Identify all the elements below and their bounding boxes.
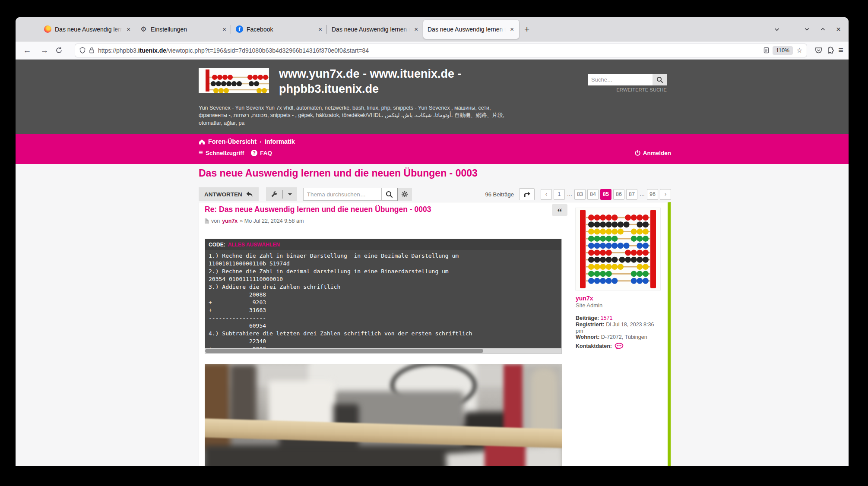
post-subject-link[interactable]: Re: Das neue Auswendig lernen und die ne… — [205, 205, 431, 214]
browser-window: Das neue Auswendig lernen u × ⚙ Einstell… — [16, 17, 849, 466]
list-all-tabs-icon[interactable] — [774, 26, 780, 32]
topic-title[interactable]: Das neue Auswendig lernen und die neuen … — [199, 167, 478, 179]
post-photo-workbench[interactable] — [205, 364, 562, 466]
jump-arrow-icon — [523, 191, 531, 197]
page-next[interactable]: › — [660, 189, 671, 200]
tab-title: Das neue Auswendig lernen u — [55, 26, 122, 33]
quick-links-row: ≡ Schnellzugriff ? FAQ Anmelden — [199, 148, 671, 157]
search-input[interactable] — [588, 74, 653, 85]
tab-title: Einstellungen — [151, 26, 218, 33]
topic-search-button[interactable] — [382, 188, 397, 201]
login-link[interactable]: Anmelden — [635, 150, 671, 156]
page-jump-button[interactable] — [519, 188, 535, 200]
topic-tools-dropdown-button[interactable] — [283, 187, 297, 201]
code-block-header: CODE: ALLES AUSWÄHLEN — [205, 239, 561, 250]
posts-count-link[interactable]: 1571 — [601, 315, 613, 321]
tab-topic-2[interactable]: Das neue Auswendig lernen u × — [327, 20, 423, 39]
author-link[interactable]: yun7x — [222, 218, 238, 224]
site-logo-abacus-image[interactable] — [199, 68, 269, 93]
gear-icon — [401, 191, 408, 198]
close-icon[interactable]: × — [509, 25, 515, 33]
close-icon[interactable]: × — [317, 25, 323, 33]
scrollbar-thumb[interactable] — [205, 349, 483, 353]
forum-nav-bar: Foren-Übersicht ‹ informatik ≡ Schnellzu… — [16, 134, 849, 164]
code-content[interactable]: 1.) Rechne die Zahl in binaer Darstellun… — [205, 250, 561, 348]
extensions-puzzle-icon[interactable] — [827, 47, 834, 54]
author-profile: yun7x Site Admin Beiträge: 1571 Registri… — [576, 208, 660, 350]
maximize-icon[interactable] — [820, 26, 826, 32]
site-tagline: Yun Sevenex - Yun Sevenx Yun 7x vhdl, au… — [199, 104, 518, 127]
wrench-icon — [271, 191, 278, 198]
tab-title: Facebook — [247, 26, 314, 33]
profile-username[interactable]: yun7x — [576, 295, 660, 302]
breadcrumb-forum[interactable]: informatik — [265, 138, 295, 145]
profile-location: Wohnort: D-72072, Tübingen — [576, 334, 660, 341]
breadcrumb-separator: ‹ — [260, 138, 262, 145]
facebook-icon: f — [236, 25, 243, 33]
tab-title: Das neue Auswendig lernen u — [428, 26, 506, 33]
page-83[interactable]: 83 — [574, 189, 586, 200]
minimize-icon[interactable] — [804, 26, 810, 32]
select-all-link[interactable]: ALLES AUSWÄHLEN — [228, 242, 280, 248]
page-96[interactable]: 96 — [647, 189, 658, 200]
page-ellipsis: … — [639, 189, 645, 200]
page-86[interactable]: 86 — [613, 189, 624, 200]
tab-facebook[interactable]: f Facebook × — [231, 20, 327, 39]
tab-settings[interactable]: ⚙ Einstellungen × — [136, 20, 231, 39]
close-icon[interactable]: × — [222, 25, 227, 33]
site-title[interactable]: www.yun7x.de - www.ituenix.de - phpbb3.i… — [279, 66, 534, 96]
reply-button[interactable]: ANTWORTEN — [199, 187, 259, 201]
gear-icon: ⚙ — [140, 25, 147, 33]
back-button[interactable]: ← — [21, 46, 34, 55]
page-1[interactable]: 1 — [554, 189, 565, 200]
post-panel: Re: Das neue Auswendig lernen und die ne… — [199, 202, 671, 466]
topic-tools-group — [266, 187, 297, 201]
topic-toolbar: ANTWORTEN — [199, 187, 671, 201]
search-button[interactable] — [653, 74, 667, 85]
pocket-icon[interactable] — [815, 47, 822, 54]
advanced-search-link[interactable]: ERWEITERTE SUCHE — [588, 87, 667, 92]
post-byline: von yun7x » Mo Jul 22, 2024 9:58 am — [205, 218, 304, 224]
quote-button[interactable]: “ — [552, 204, 567, 216]
close-icon[interactable]: × — [126, 25, 131, 33]
breadcrumb-home[interactable]: Foren-Übersicht — [208, 138, 257, 145]
page-85-current[interactable]: 85 — [600, 189, 611, 200]
page-84[interactable]: 84 — [587, 189, 599, 200]
forward-button[interactable]: → — [38, 46, 51, 55]
topic-settings-button[interactable] — [397, 188, 412, 201]
page-87[interactable]: 87 — [626, 189, 637, 200]
lock-icon[interactable] — [89, 47, 95, 54]
close-window-icon[interactable]: × — [836, 25, 841, 34]
firefox-icon — [44, 25, 51, 33]
url-bar[interactable]: https://phpbb3.ituenix.de/viewtopic.php?… — [75, 44, 807, 57]
horizontal-scrollbar[interactable] — [205, 348, 561, 353]
tab-title: Das neue Auswendig lernen u — [332, 26, 410, 33]
shield-icon[interactable] — [79, 47, 86, 54]
breadcrumb: Foren-Übersicht ‹ informatik — [199, 134, 671, 145]
close-icon[interactable]: × — [413, 25, 419, 33]
tab-topic-1[interactable]: Das neue Auswendig lernen u × — [40, 20, 136, 39]
navigation-toolbar: ← → https://phpbb3.ituenix.de/viewtopic.… — [16, 41, 849, 60]
pagination-zone: 96 Beiträge ‹ 1 … 83 84 85 86 87 … 96 › — [485, 188, 672, 200]
topic-search-input[interactable] — [303, 188, 382, 201]
zoom-level-badge[interactable]: 110% — [773, 46, 793, 55]
reader-mode-icon[interactable] — [763, 47, 769, 54]
tab-strip: Das neue Auswendig lernen u × ⚙ Einstell… — [16, 17, 849, 41]
faq-link[interactable]: ? FAQ — [251, 150, 272, 156]
bookmark-star-icon[interactable]: ☆ — [796, 46, 802, 54]
page-viewport: www.yun7x.de - www.ituenix.de - phpbb3.i… — [16, 60, 849, 466]
avatar-abacus-image[interactable] — [576, 208, 660, 290]
profile-registered: Registriert: Di Jul 18, 2023 8:36 pm — [576, 322, 660, 335]
new-tab-button[interactable]: + — [524, 24, 529, 35]
page-prev[interactable]: ‹ — [541, 189, 552, 200]
topic-tools-wrench-button[interactable] — [266, 187, 282, 201]
quick-links-menu[interactable]: ≡ Schnellzugriff — [199, 148, 244, 157]
url-text: https://phpbb3.ituenix.de/viewtopic.php?… — [98, 47, 760, 54]
site-header: www.yun7x.de - www.ituenix.de - phpbb3.i… — [16, 60, 849, 134]
reload-icon[interactable] — [55, 47, 63, 54]
hamburger-menu-icon[interactable]: ≡ — [838, 45, 843, 55]
search-icon — [386, 191, 393, 198]
tab-topic-active[interactable]: Das neue Auswendig lernen u × — [423, 20, 519, 39]
profile-rank: Site Admin — [576, 302, 660, 309]
message-bubble-icon[interactable] — [615, 343, 624, 350]
